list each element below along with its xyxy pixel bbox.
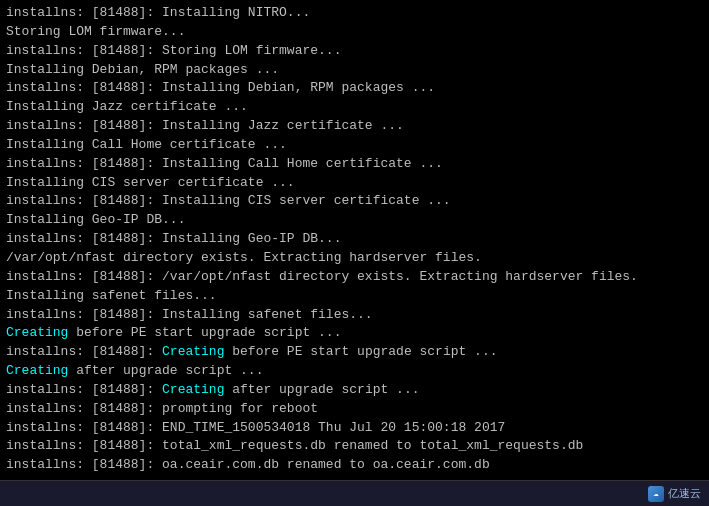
line-2: Storing LOM firmware...: [6, 23, 703, 42]
line-3: installns: [81488]: Storing LOM firmware…: [6, 42, 703, 61]
brand-text: 亿速云: [668, 486, 701, 501]
creating-before-suffix: before PE start upgrade script ...: [68, 325, 341, 340]
line-prompting: installns: [81488]: prompting for reboot: [6, 400, 703, 419]
line-7: installns: [81488]: Installing Jazz cert…: [6, 117, 703, 136]
creating-after-2-prefix: installns: [81488]:: [6, 382, 162, 397]
creating-keyword-1: Creating: [6, 325, 68, 340]
brand-container: ☁ 亿速云: [648, 486, 701, 502]
line-5: installns: [81488]: Installing Debian, R…: [6, 79, 703, 98]
line-oa: installns: [81488]: oa.ceair.com.db rena…: [6, 456, 703, 475]
line-4: Installing Debian, RPM packages ...: [6, 61, 703, 80]
creating-after-2-suffix: after upgrade script ...: [224, 382, 419, 397]
terminal: installns: [81488]: Installing NITRO... …: [0, 0, 709, 480]
line-creating-before-2: installns: [81488]: Creating before PE s…: [6, 343, 703, 362]
line-totalxml: installns: [81488]: total_xml_requests.d…: [6, 437, 703, 456]
brand-icon: ☁: [648, 486, 664, 502]
creating-keyword-4: Creating: [162, 382, 224, 397]
creating-before-2-prefix: installns: [81488]:: [6, 344, 162, 359]
line-8: Installing Call Home certificate ...: [6, 136, 703, 155]
creating-after-suffix: after upgrade script ...: [68, 363, 263, 378]
line-creating-after-2: installns: [81488]: Creating after upgra…: [6, 381, 703, 400]
line-16: Installing safenet files...: [6, 287, 703, 306]
creating-keyword-3: Creating: [6, 363, 68, 378]
line-endtime: installns: [81488]: END_TIME_1500534018 …: [6, 419, 703, 438]
creating-before-2-suffix: before PE start upgrade script ...: [224, 344, 497, 359]
line-15: installns: [81488]: /var/opt/nfast direc…: [6, 268, 703, 287]
line-6: Installing Jazz certificate ...: [6, 98, 703, 117]
line-14: /var/opt/nfast directory exists. Extract…: [6, 249, 703, 268]
line-10: Installing CIS server certificate ...: [6, 174, 703, 193]
creating-keyword-2: Creating: [162, 344, 224, 359]
line-creating-after: Creating after upgrade script ...: [6, 362, 703, 381]
line-9: installns: [81488]: Installing Call Home…: [6, 155, 703, 174]
line-17: installns: [81488]: Installing safenet f…: [6, 306, 703, 325]
cloud-icon: ☁: [653, 488, 658, 499]
line-12: Installing Geo-IP DB...: [6, 211, 703, 230]
line-creating-before: Creating before PE start upgrade script …: [6, 324, 703, 343]
statusbar: ☁ 亿速云: [0, 480, 709, 506]
line-1: installns: [81488]: Installing NITRO...: [6, 4, 703, 23]
line-11: installns: [81488]: Installing CIS serve…: [6, 192, 703, 211]
line-13: installns: [81488]: Installing Geo-IP DB…: [6, 230, 703, 249]
